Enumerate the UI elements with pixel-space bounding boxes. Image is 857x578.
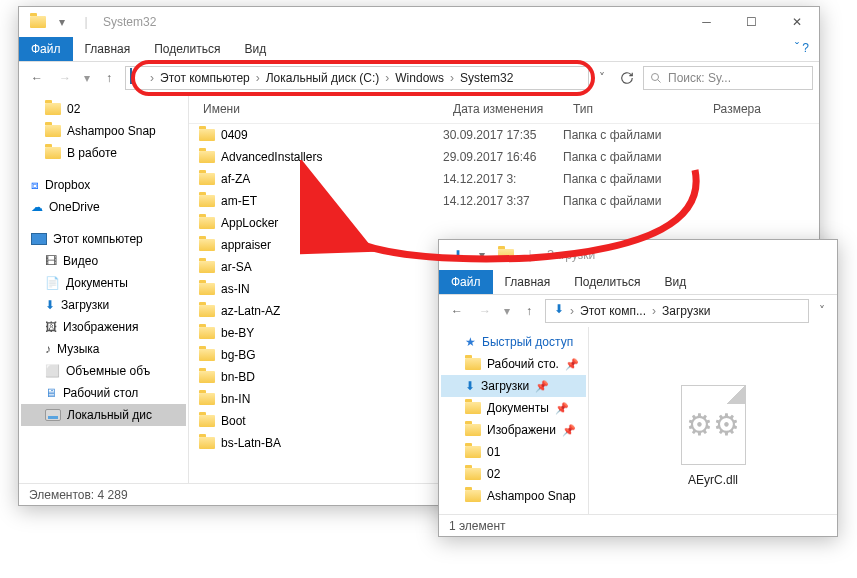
tree-label: OneDrive bbox=[49, 200, 100, 214]
tree-item[interactable]: 📄Документы bbox=[21, 272, 186, 294]
crumb-2[interactable]: Windows bbox=[389, 71, 450, 85]
search-input[interactable]: Поиск: Sy... bbox=[643, 66, 813, 90]
downloads-icon: ⬇ bbox=[550, 302, 568, 320]
nav-up-button[interactable]: ↑ bbox=[97, 66, 121, 90]
address-dropdown[interactable]: ˅ bbox=[813, 304, 831, 318]
tree-item[interactable]: 🖼Изображения bbox=[21, 316, 186, 338]
nav-back-button[interactable]: ← bbox=[25, 66, 49, 90]
maximize-button[interactable]: ☐ bbox=[729, 7, 774, 37]
tree-item[interactable]: 🎞Видео bbox=[21, 250, 186, 272]
quick-access-toolbar: ⬇ ▾ | bbox=[447, 244, 541, 266]
nav-forward-button[interactable]: → bbox=[53, 66, 77, 90]
file-row[interactable]: af-ZA14.12.2017 3:Папка с файлами bbox=[189, 168, 819, 190]
minimize-button[interactable]: ─ bbox=[684, 7, 729, 37]
file-date: 14.12.2017 3:37 bbox=[443, 194, 563, 208]
file-row[interactable]: AdvancedInstallers29.09.2017 16:46Папка … bbox=[189, 146, 819, 168]
file-date: 14.12.2017 3: bbox=[443, 172, 563, 186]
crumb-3[interactable]: System32 bbox=[454, 71, 519, 85]
tab-share[interactable]: Поделиться bbox=[562, 270, 652, 294]
nav-back-button[interactable]: ← bbox=[445, 299, 469, 323]
tree-label: Этот компьютер bbox=[53, 232, 143, 246]
gears-icon: ⚙⚙ bbox=[686, 407, 740, 442]
file-row[interactable]: 040930.09.2017 17:35Папка с файлами bbox=[189, 124, 819, 146]
tab-view[interactable]: Вид bbox=[652, 270, 698, 294]
tree-label: Быстрый доступ bbox=[482, 335, 573, 349]
file-row[interactable]: am-ET14.12.2017 3:37Папка с файлами bbox=[189, 190, 819, 212]
ribbon-tabs: Файл Главная Поделиться Вид bbox=[439, 270, 837, 295]
qat-dropdown-icon[interactable]: ▾ bbox=[51, 11, 73, 33]
tree-label: Видео bbox=[63, 254, 98, 268]
col-name[interactable]: Имени bbox=[195, 102, 445, 116]
window-title: System32 bbox=[103, 15, 156, 29]
crumb-0[interactable]: Этот компьютер bbox=[154, 71, 256, 85]
column-headers[interactable]: Имени Дата изменения Тип Размера bbox=[189, 94, 819, 124]
folder-icon bbox=[199, 195, 215, 207]
tree-item[interactable]: 01 bbox=[441, 441, 586, 463]
tab-file[interactable]: Файл bbox=[19, 37, 73, 61]
tree-item[interactable]: Ashampoo Snap bbox=[441, 485, 586, 507]
file-name: AppLocker bbox=[221, 216, 278, 230]
tab-view[interactable]: Вид bbox=[232, 37, 278, 61]
tree-label: 02 bbox=[487, 467, 500, 481]
folder-icon bbox=[199, 349, 215, 361]
crumb-1[interactable]: Локальный диск (C:) bbox=[260, 71, 386, 85]
tree-item[interactable]: 🖥Рабочий стол bbox=[21, 382, 186, 404]
tree-item[interactable]: ⧈Dropbox bbox=[21, 174, 186, 196]
tab-home[interactable]: Главная bbox=[493, 270, 563, 294]
folder-icon bbox=[199, 327, 215, 339]
folder-icon bbox=[199, 151, 215, 163]
ribbon-help-icon[interactable]: ˇ ? bbox=[785, 37, 819, 61]
crumb-1[interactable]: Загрузки bbox=[656, 304, 716, 318]
tree-item[interactable]: ⬇Загрузки 📌 bbox=[441, 375, 586, 397]
col-date[interactable]: Дата изменения bbox=[445, 102, 565, 116]
file-row[interactable]: AppLocker bbox=[189, 212, 819, 234]
search-icon bbox=[650, 72, 662, 84]
folder-icon bbox=[495, 244, 517, 266]
file-name: ar-SA bbox=[221, 260, 252, 274]
refresh-button[interactable] bbox=[615, 66, 639, 90]
tree-item[interactable]: ♪Музыка bbox=[21, 338, 186, 360]
tree-item[interactable]: Документы 📌 bbox=[441, 397, 586, 419]
content-pane[interactable]: ⚙⚙ AEyrC.dll bbox=[589, 327, 837, 514]
breadcrumb[interactable]: ⬇ › Этот комп... › Загрузки bbox=[545, 299, 809, 323]
nav-tree[interactable]: ★Быстрый доступ Рабочий сто. 📌⬇Загрузки … bbox=[439, 327, 589, 514]
tree-item[interactable]: В работе bbox=[21, 142, 186, 164]
close-button[interactable]: ✕ bbox=[774, 7, 819, 37]
folder-icon bbox=[199, 217, 215, 229]
tree-label: Музыка bbox=[57, 342, 99, 356]
nav-up-button[interactable]: ↑ bbox=[517, 299, 541, 323]
folder-icon bbox=[199, 437, 215, 449]
file-name: bs-Latn-BA bbox=[221, 436, 281, 450]
qat-dropdown-icon[interactable]: ▾ bbox=[471, 244, 493, 266]
breadcrumb[interactable]: › Этот компьютер › Локальный диск (C:) ›… bbox=[125, 66, 589, 90]
nav-tree[interactable]: 02Ashampoo SnapВ работе⧈Dropbox☁OneDrive… bbox=[19, 94, 189, 483]
file-name: be-BY bbox=[221, 326, 254, 340]
tree-item[interactable]: Рабочий сто. 📌 bbox=[441, 353, 586, 375]
tree-item[interactable]: Изображени 📌 bbox=[441, 419, 586, 441]
tab-home[interactable]: Главная bbox=[73, 37, 143, 61]
nav-recent-dropdown[interactable]: ▾ bbox=[81, 66, 93, 90]
tree-item[interactable]: Этот компьютер bbox=[21, 228, 186, 250]
col-size[interactable]: Размера bbox=[705, 102, 769, 116]
titlebar[interactable]: ▾ | System32 ─ ☐ ✕ bbox=[19, 7, 819, 37]
tree-item[interactable]: ★Быстрый доступ bbox=[441, 331, 586, 353]
tree-item[interactable]: ⬜Объемные объ bbox=[21, 360, 186, 382]
tab-file[interactable]: Файл bbox=[439, 270, 493, 294]
nav-forward-button[interactable]: → bbox=[473, 299, 497, 323]
nav-recent-dropdown[interactable]: ▾ bbox=[501, 299, 513, 323]
crumb-0[interactable]: Этот комп... bbox=[574, 304, 652, 318]
tree-label: Объемные объ bbox=[66, 364, 150, 378]
address-dropdown[interactable]: ˅ bbox=[593, 71, 611, 85]
tree-item[interactable]: Локальный дис bbox=[21, 404, 186, 426]
col-type[interactable]: Тип bbox=[565, 102, 705, 116]
address-bar-row: ← → ▾ ↑ ⬇ › Этот комп... › Загрузки ˅ bbox=[439, 295, 837, 327]
titlebar[interactable]: ⬇ ▾ | Загрузки bbox=[439, 240, 837, 270]
file-name[interactable]: AEyrC.dll bbox=[688, 473, 738, 487]
tree-item[interactable]: ☁OneDrive bbox=[21, 196, 186, 218]
dll-file-icon[interactable]: ⚙⚙ bbox=[681, 385, 746, 465]
tab-share[interactable]: Поделиться bbox=[142, 37, 232, 61]
tree-item[interactable]: ⬇Загрузки bbox=[21, 294, 186, 316]
tree-item[interactable]: 02 bbox=[441, 463, 586, 485]
tree-item[interactable]: 02 bbox=[21, 98, 186, 120]
tree-item[interactable]: Ashampoo Snap bbox=[21, 120, 186, 142]
